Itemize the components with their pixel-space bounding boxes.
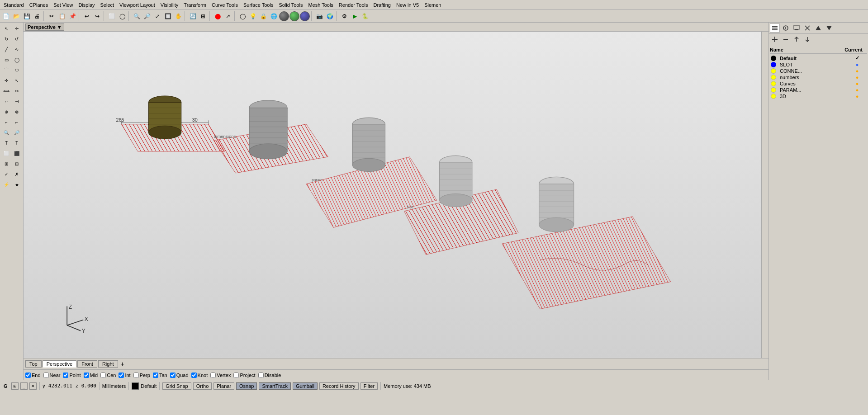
filter-button[interactable]: Filter	[360, 382, 378, 390]
tool-save[interactable]: 💾	[22, 11, 32, 21]
tool-bulb[interactable]: 💡	[248, 11, 258, 21]
lt-rect[interactable]: ▭	[1, 55, 11, 65]
lt-circle2[interactable]: ◯	[12, 55, 22, 65]
tool-paste[interactable]: 📌	[67, 11, 77, 21]
layer-row-curves[interactable]: Curves ●	[770, 80, 867, 87]
lt-extend[interactable]: ↔	[1, 96, 11, 106]
minimize-button[interactable]: _	[20, 382, 28, 390]
rp-new-layer[interactable]	[770, 35, 780, 44]
lt-check[interactable]: ✓	[1, 169, 11, 179]
snap-end-checkbox[interactable]	[25, 373, 31, 378]
tab-top[interactable]: Top	[25, 360, 42, 368]
lt-t2[interactable]: T	[12, 138, 22, 148]
lt-zoom2[interactable]: 🔎	[12, 127, 22, 137]
lt-move[interactable]: ✛	[1, 75, 11, 85]
tool-arrow[interactable]: ↗	[223, 11, 233, 21]
snap-point-checkbox[interactable]	[63, 373, 68, 378]
menu-select[interactable]: Select	[98, 1, 117, 9]
tool-snake[interactable]: 🐍	[360, 11, 370, 21]
snap-project-checkbox[interactable]	[233, 373, 239, 378]
vertical-scrollbar[interactable]	[761, 32, 768, 358]
tab-perspective[interactable]: Perspective	[43, 360, 76, 368]
snap-near-checkbox[interactable]	[43, 373, 49, 378]
tool-lasso[interactable]: ◯	[117, 11, 127, 21]
rp-tab-arrow-up[interactable]	[813, 24, 823, 33]
lt-split[interactable]: ⊣	[12, 96, 22, 106]
lt-arc[interactable]: ⌒	[1, 65, 11, 75]
tool-cut[interactable]: ✂	[47, 11, 57, 21]
snap-perp-checkbox[interactable]	[133, 373, 139, 378]
viewport-perspective-button[interactable]: Perspective ▼	[25, 24, 64, 31]
tool-redo[interactable]: ↪	[92, 11, 102, 21]
lt-pointer[interactable]: ↖	[1, 24, 11, 33]
tool-red[interactable]: ⬤	[213, 11, 223, 21]
snap-disable-checkbox[interactable]	[258, 373, 264, 378]
tool-zoom-in[interactable]: 🔍	[132, 11, 142, 21]
tool-open[interactable]: 📂	[11, 11, 21, 21]
layer-row-numbers[interactable]: numbers ●	[770, 74, 867, 80]
lt-rotate-cw[interactable]: ↻	[1, 34, 11, 44]
viewport-3d[interactable]: 265 750 30	[24, 32, 768, 358]
tool-undo[interactable]: ↩	[82, 11, 92, 21]
tool-run[interactable]: ▶	[350, 11, 360, 21]
lt-line[interactable]: ╱	[1, 44, 11, 54]
rp-tab-display[interactable]	[792, 24, 802, 33]
snap-cen-checkbox[interactable]	[100, 373, 106, 378]
snap-knot-checkbox[interactable]	[191, 373, 197, 378]
lt-x[interactable]: ✗	[12, 169, 22, 179]
planar-button[interactable]: Planar	[213, 382, 234, 390]
lt-trim[interactable]: ✂	[12, 86, 22, 96]
tool-blue-sphere[interactable]	[300, 11, 310, 21]
snap-tan-checkbox[interactable]	[153, 373, 158, 378]
rp-tab-properties[interactable]	[781, 24, 791, 33]
menu-new-v5[interactable]: New in V5	[394, 1, 422, 9]
tool-print[interactable]: 🖨	[32, 11, 42, 21]
snap-quad-checkbox[interactable]	[170, 373, 175, 378]
rp-delete-layer[interactable]	[781, 35, 791, 44]
lt-zoom[interactable]: 🔍	[1, 127, 11, 137]
snap-vertex-checkbox[interactable]	[210, 373, 216, 378]
menu-drafting[interactable]: Drafting	[370, 1, 394, 9]
tool-copy[interactable]: 📋	[57, 11, 67, 21]
lt-chamfer[interactable]: ⌐	[12, 117, 22, 127]
menu-curve-tools[interactable]: Curve Tools	[209, 1, 241, 9]
tool-world[interactable]: 🌍	[325, 11, 335, 21]
tool-globe[interactable]: 🌐	[269, 11, 279, 21]
menu-surface-tools[interactable]: Surface Tools	[241, 1, 276, 9]
layer-row-conne[interactable]: CONNE... ●	[770, 68, 867, 74]
lt-mirror[interactable]: ⟺	[1, 86, 11, 96]
layer-row-default[interactable]: Default ✓	[770, 55, 867, 61]
rp-tab-close[interactable]	[802, 24, 812, 33]
menu-transform[interactable]: Transform	[181, 1, 209, 9]
lt-mesh2[interactable]: ⊟	[12, 159, 22, 169]
tool-rotate[interactable]: 🔄	[188, 11, 198, 21]
tool-camera[interactable]: 📷	[314, 11, 324, 21]
tool-lock[interactable]: 🔒	[258, 11, 268, 21]
smart-track-button[interactable]: SmartTrack	[259, 382, 290, 390]
record-history-button[interactable]: Record History	[319, 382, 359, 390]
tool-pan[interactable]: ✋	[173, 11, 183, 21]
rp-down-arrow[interactable]	[802, 35, 812, 44]
snap-grid-button[interactable]: ⊞	[11, 382, 19, 390]
tool-grid[interactable]: ⊞	[198, 11, 208, 21]
rp-up-arrow[interactable]	[792, 35, 802, 44]
snap-mid-checkbox[interactable]	[84, 373, 89, 378]
tool-sphere[interactable]	[279, 11, 289, 21]
lt-ellipse[interactable]: ⬭	[12, 65, 22, 75]
menu-standard[interactable]: Standard	[1, 1, 27, 9]
rp-tab-layers[interactable]	[770, 24, 780, 33]
rp-tab-arrow-down[interactable]	[824, 24, 834, 33]
menu-cplanes[interactable]: CPlanes	[27, 1, 51, 9]
lt-t1[interactable]: T	[1, 138, 11, 148]
gumball-button[interactable]: Gumball	[293, 382, 318, 390]
menu-setview[interactable]: Set View	[51, 1, 76, 9]
osnap-button[interactable]: Osnap	[236, 382, 257, 390]
lt-fillet[interactable]: ⌐	[1, 117, 11, 127]
lt-box2[interactable]: ⬛	[12, 148, 22, 158]
lt-scale[interactable]: ⤡	[12, 75, 22, 85]
menu-mesh-tools[interactable]: Mesh Tools	[305, 1, 336, 9]
tool-zoom-window[interactable]: 🔲	[163, 11, 173, 21]
close-button[interactable]: ✕	[29, 382, 37, 390]
tool-select[interactable]: ⬜	[107, 11, 117, 21]
layer-row-slot[interactable]: SLOT ●	[770, 61, 867, 68]
